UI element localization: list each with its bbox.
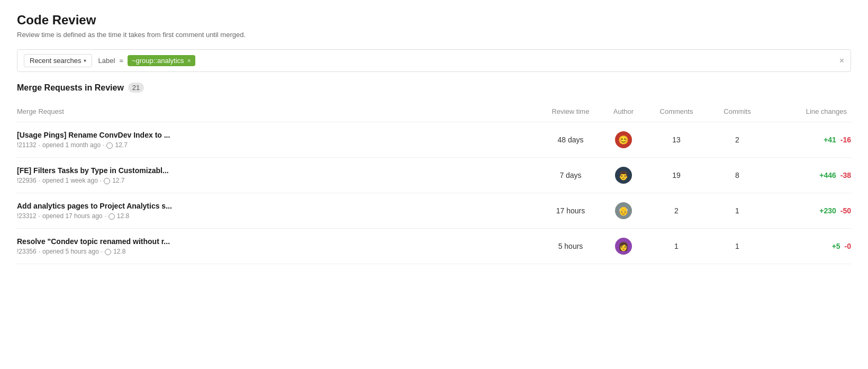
filter-label: Label	[98, 57, 115, 65]
mr-version: 12.7	[115, 141, 127, 149]
chevron-down-icon: ▾	[84, 58, 86, 64]
author-cell: 👴	[602, 202, 645, 219]
mr-meta: !22936 · opened 1 week ago · 12.7	[17, 177, 539, 184]
filter-equals: =	[119, 57, 123, 65]
mr-info: [Usage Pings] Rename ConvDev Index to ..…	[17, 131, 539, 149]
mr-title[interactable]: [FE] Filters Tasks by Type in Customizab…	[17, 166, 539, 175]
mr-opened: opened 5 hours ago	[42, 248, 99, 255]
mr-opened: opened 1 week ago	[42, 177, 98, 184]
mr-title[interactable]: [Usage Pings] Rename ConvDev Index to ..…	[17, 131, 539, 139]
avatar: 😊	[615, 131, 632, 148]
clock-icon	[108, 213, 115, 220]
comments-count: 2	[645, 206, 708, 215]
mr-info: Resolve "Condev topic renamed without r.…	[17, 237, 539, 255]
section-count-badge: 21	[128, 83, 144, 93]
col-header-line-changes: Line changes	[766, 105, 851, 118]
mr-id: !23356	[17, 248, 37, 255]
review-time: 7 days	[539, 171, 602, 179]
mr-title[interactable]: Add analytics pages to Project Analytics…	[17, 202, 539, 210]
filter-tag-close-icon[interactable]: ×	[187, 57, 191, 65]
filter-tag: ~group::analytics ×	[128, 55, 195, 66]
mr-meta: !23356 · opened 5 hours ago · 12.8	[17, 248, 539, 255]
avatar: 👨	[615, 167, 632, 184]
line-changes: +41 -16	[766, 136, 851, 144]
col-header-review-time: Review time	[539, 105, 602, 118]
col-header-comments: Comments	[645, 105, 708, 118]
author-cell: 👨	[602, 167, 645, 184]
mr-info: [FE] Filters Tasks by Type in Customizab…	[17, 166, 539, 184]
clock-icon	[105, 249, 111, 255]
comments-count: 13	[645, 136, 708, 144]
section-title: Merge Requests in Review	[17, 83, 124, 93]
table-header: Merge Request Review time Author Comment…	[17, 101, 851, 122]
mr-version: 12.8	[117, 212, 129, 220]
mr-dot: ·	[39, 177, 40, 184]
filter-bar: Recent searches ▾ Label = ~group::analyt…	[17, 49, 851, 72]
mr-title[interactable]: Resolve "Condev topic renamed without r.…	[17, 237, 539, 246]
deletions: -0	[845, 242, 851, 250]
col-header-author: Author	[602, 105, 645, 118]
section-header: Merge Requests in Review 21	[17, 83, 851, 93]
mr-dot2: ·	[103, 141, 104, 149]
avatar: 👴	[615, 202, 632, 219]
mr-id: !22936	[17, 177, 37, 184]
mr-version: 12.8	[113, 248, 125, 255]
mr-dot: ·	[39, 212, 40, 220]
mr-dot2: ·	[104, 212, 106, 220]
commits-count: 8	[708, 171, 766, 179]
mr-dot: ·	[39, 248, 40, 255]
deletions: -50	[840, 206, 851, 215]
col-header-commits: Commits	[708, 105, 766, 118]
page-title: Code Review	[17, 13, 851, 28]
deletions: -16	[840, 136, 851, 144]
table-row: [FE] Filters Tasks by Type in Customizab…	[17, 158, 851, 193]
table-body: [Usage Pings] Rename ConvDev Index to ..…	[17, 122, 851, 264]
mr-id: !23312	[17, 212, 37, 220]
mr-id: !21132	[17, 141, 37, 149]
commits-count: 2	[708, 136, 766, 144]
clock-icon	[106, 142, 113, 149]
mr-meta: !23312 · opened 17 hours ago · 12.8	[17, 212, 539, 220]
author-cell: 👩	[602, 238, 645, 255]
table-row: Add analytics pages to Project Analytics…	[17, 193, 851, 229]
commits-count: 1	[708, 242, 766, 250]
filter-clear-button[interactable]: ×	[839, 56, 844, 66]
review-time: 48 days	[539, 136, 602, 144]
mr-dot2: ·	[100, 177, 102, 184]
merge-requests-table: Merge Request Review time Author Comment…	[17, 101, 851, 264]
mr-opened: opened 17 hours ago	[42, 212, 102, 220]
clock-icon	[104, 178, 110, 184]
page-subtitle: Review time is defined as the time it ta…	[17, 31, 851, 39]
col-header-merge-request: Merge Request	[17, 105, 539, 118]
line-changes: +230 -50	[766, 206, 851, 215]
mr-version: 12.7	[112, 177, 124, 184]
mr-dot2: ·	[101, 248, 103, 255]
line-changes: +446 -38	[766, 171, 851, 179]
recent-searches-label: Recent searches	[30, 57, 82, 65]
mr-dot: ·	[39, 141, 40, 149]
mr-meta: !21132 · opened 1 month ago · 12.7	[17, 141, 539, 149]
review-time: 17 hours	[539, 206, 602, 215]
review-time: 5 hours	[539, 242, 602, 250]
mr-info: Add analytics pages to Project Analytics…	[17, 202, 539, 220]
additions: +446	[819, 171, 836, 179]
avatar: 👩	[615, 238, 632, 255]
recent-searches-button[interactable]: Recent searches ▾	[24, 54, 92, 67]
comments-count: 1	[645, 242, 708, 250]
filter-tag-value: ~group::analytics	[132, 57, 184, 65]
additions: +41	[824, 136, 836, 144]
table-row: Resolve "Condev topic renamed without r.…	[17, 229, 851, 264]
commits-count: 1	[708, 206, 766, 215]
table-row: [Usage Pings] Rename ConvDev Index to ..…	[17, 122, 851, 158]
additions: +5	[832, 242, 840, 250]
deletions: -38	[840, 171, 851, 179]
line-changes: +5 -0	[766, 242, 851, 250]
author-cell: 😊	[602, 131, 645, 148]
page-container: Code Review Review time is defined as th…	[0, 0, 868, 277]
comments-count: 19	[645, 171, 708, 179]
mr-opened: opened 1 month ago	[42, 141, 101, 149]
additions: +230	[819, 206, 836, 215]
